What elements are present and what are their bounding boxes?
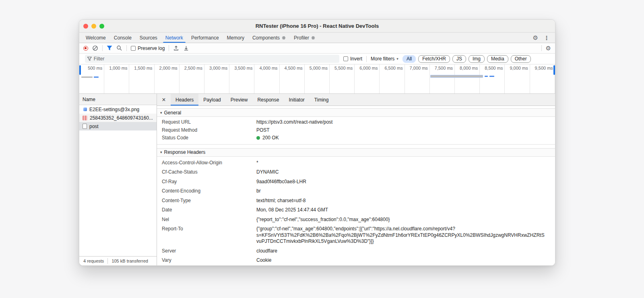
document-icon: [83, 124, 87, 129]
filter-chip-all[interactable]: All: [402, 55, 416, 63]
search-icon[interactable]: [116, 45, 122, 51]
image-file-icon: [83, 116, 87, 120]
details-tab-headers[interactable]: Headers: [171, 94, 198, 106]
timeline-tick: 3,000 ms: [204, 64, 229, 93]
header-name: Vary: [157, 257, 256, 264]
triangle-down-icon: ▾: [160, 150, 162, 154]
toolbar-divider: [102, 45, 103, 51]
details-tab-preview[interactable]: Preview: [226, 94, 253, 106]
header-name: Cf-Ray: [157, 179, 256, 185]
tab-label: Components: [252, 35, 280, 41]
request-row-post[interactable]: post: [79, 122, 157, 130]
transferred-size: 105 kB transferred: [111, 259, 148, 263]
details-tab-timing[interactable]: Timing: [310, 94, 334, 106]
header-row-status-code: Status Code200 OK: [157, 134, 555, 142]
tab-label: Memory: [227, 35, 244, 41]
header-name: Date: [157, 207, 256, 213]
tab-label: Welcome: [86, 35, 106, 41]
preserve-log-control[interactable]: Preserve log: [131, 46, 165, 51]
network-toolbar: Preserve log ⚙: [79, 43, 555, 54]
header-name: Content-Encoding: [157, 188, 256, 195]
minimize-window-button[interactable]: [91, 24, 96, 29]
invert-checkbox[interactable]: [343, 56, 348, 61]
tab-network[interactable]: Network: [161, 33, 187, 43]
tab-console[interactable]: Console: [110, 33, 136, 43]
image-file-icon: [83, 108, 87, 111]
header-value: DYNAMIC: [256, 169, 279, 176]
general-section-header[interactable]: ▾ General: [157, 108, 555, 117]
more-filters-dropdown[interactable]: More filters ▾: [371, 56, 398, 62]
header-row-nel: Nel{"report_to":"cf-nel","success_fracti…: [157, 215, 555, 225]
request-list-panel: Name E2EE-settings@3x.png258435352_64860…: [79, 94, 157, 265]
general-section-title: General: [164, 110, 182, 116]
import-har-icon[interactable]: [173, 45, 179, 51]
timeline-tick: 1,000 ms: [104, 64, 129, 93]
timeline-tick: 2,000 ms: [155, 64, 180, 93]
kebab-menu-icon[interactable]: ⋮: [544, 35, 549, 41]
overview-left-handle[interactable]: [79, 65, 81, 75]
filter-input[interactable]: [94, 56, 337, 62]
details-tab-response[interactable]: Response: [252, 94, 284, 106]
timeline-tick: 3,500 ms: [229, 64, 254, 93]
filter-chip-fetch-xhr[interactable]: Fetch/XHR: [418, 55, 450, 63]
close-details-icon[interactable]: ×: [157, 94, 171, 106]
network-overview-timeline[interactable]: 500 ms1,000 ms1,500 ms2,000 ms2,500 ms3,…: [79, 64, 555, 94]
traffic-lights: [83, 24, 104, 29]
toolbar-divider: [366, 56, 367, 62]
details-tab-payload[interactable]: Payload: [198, 94, 225, 106]
filter-chip-other[interactable]: Other: [511, 55, 531, 63]
summary-divider: [107, 258, 108, 264]
header-name: Status Code: [157, 135, 256, 141]
settings-gear-icon[interactable]: ⚙: [533, 35, 538, 41]
tab-memory[interactable]: Memory: [223, 33, 248, 43]
window-titlebar[interactable]: RNTester (iPhone 16 Pro) - React Native …: [79, 20, 555, 33]
header-row-server: Servercloudflare: [157, 246, 555, 256]
record-network-log-icon[interactable]: [83, 46, 88, 51]
clear-network-log-icon[interactable]: [92, 45, 98, 51]
header-value: 200 OK: [256, 135, 279, 141]
timeline-tick: 6,000 ms: [355, 64, 380, 93]
close-window-button[interactable]: [83, 24, 88, 29]
filter-chip-media[interactable]: Media: [487, 55, 508, 63]
network-filter-bar: Invert More filters ▾ AllFetch/XHRJSImgM…: [79, 54, 555, 64]
filter-chip-img[interactable]: Img: [469, 55, 485, 63]
tab-sources[interactable]: Sources: [136, 33, 161, 43]
header-value: POST: [256, 127, 270, 134]
tab-components[interactable]: Components: [248, 33, 290, 43]
tab-performance[interactable]: Performance: [187, 33, 223, 43]
export-har-icon[interactable]: [183, 45, 189, 51]
header-name: Content-Type: [157, 198, 256, 204]
request-row-258435352-648609743160[interactable]: 258435352_648609743160...: [79, 114, 157, 122]
name-column-header[interactable]: Name: [79, 94, 157, 105]
request-name: E2EE-settings@3x.png: [89, 107, 139, 112]
preserve-log-checkbox[interactable]: [131, 46, 136, 51]
tab-profiler[interactable]: Profiler: [290, 33, 319, 43]
network-content: Name E2EE-settings@3x.png258435352_64860…: [79, 94, 555, 265]
status-ok-dot: [256, 136, 260, 140]
response-headers-section-header[interactable]: ▾ Response Headers: [157, 148, 555, 157]
filter-field[interactable]: [85, 55, 339, 63]
header-name: Request URL: [157, 119, 256, 126]
timeline-tick: 4,000 ms: [254, 64, 279, 93]
timeline-tick: 500 ms: [79, 64, 104, 93]
waterfall-bar: [489, 76, 494, 77]
filter-chip-js[interactable]: JS: [452, 55, 466, 63]
filter-funnel-icon[interactable]: [107, 46, 112, 51]
zoom-window-button[interactable]: [99, 24, 104, 29]
header-value: br: [256, 188, 261, 195]
overview-right-handle[interactable]: [553, 65, 555, 75]
header-value: text/html; charset=utf-8: [256, 198, 305, 204]
header-row-report-to: Report-To{"group":"cf-nel","max_age":604…: [157, 224, 555, 246]
devtools-tab-bar: WelcomeConsoleSourcesNetworkPerformanceM…: [79, 33, 555, 43]
timeline-tick: 2,500 ms: [180, 64, 204, 93]
details-tab-initiator[interactable]: Initiator: [284, 94, 309, 106]
invert-control[interactable]: Invert: [343, 56, 362, 62]
atom-icon: [311, 36, 315, 40]
toolbar-divider: [541, 45, 542, 51]
timeline-tick: 5,000 ms: [305, 64, 330, 93]
request-row-e2ee-settings-3x-png[interactable]: E2EE-settings@3x.png: [79, 105, 157, 114]
network-settings-gear-icon[interactable]: ⚙: [546, 45, 551, 51]
tab-label: Performance: [191, 35, 219, 41]
tab-welcome[interactable]: Welcome: [82, 33, 110, 43]
timeline-tick: 7,000 ms: [405, 64, 430, 93]
